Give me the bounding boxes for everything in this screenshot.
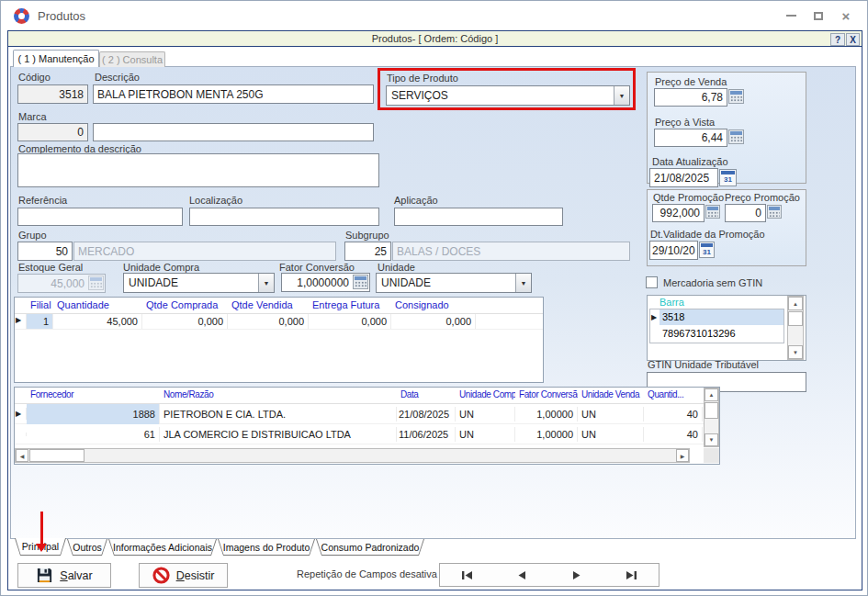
minimize-button[interactable] [780,6,802,25]
nav-next-button[interactable] [549,564,604,586]
cell-fator: 1,00000 [515,407,578,422]
table-row[interactable]: ▶ 1 45,000 0,000 0,000 0,000 0,000 [15,314,543,330]
scrollbar-thumb[interactable] [705,402,718,419]
preco-promocao-label: Preço Promoção [725,192,800,203]
cancel-icon [152,567,170,584]
column-header: Quantidade [53,298,142,313]
complemento-textarea[interactable] [17,153,379,187]
chevron-down-icon[interactable]: ▼ [258,274,274,292]
tab-manutencao[interactable]: ( 1 ) Manutenção [13,50,99,67]
window-title: Produtos [38,9,85,23]
cell-filial: 1 [27,314,53,329]
preco-venda-field[interactable] [654,88,727,107]
marca-codigo-field[interactable] [17,123,88,141]
calculator-icon[interactable] [767,205,782,219]
fornecedor-vscrollbar[interactable]: ▲ ▼ [704,388,719,447]
table-row[interactable]: ▶ 1888 PIETROBON E CIA. LTDA. 21/08/2025… [15,404,719,424]
barra-item: 7896731013296 [659,328,783,339]
form-header: Produtos- [ Ordem: Código ] [8,31,862,47]
scroll-down-button[interactable]: ▼ [705,433,718,446]
subgrupo-codigo-field[interactable] [344,242,391,261]
desistir-button[interactable]: Desistir [139,563,228,588]
cell-nome: PIETROBON E CIA. LTDA. [160,407,397,422]
calendar-icon[interactable]: 31 [719,169,737,186]
tab-outros-label: Outros [68,539,107,555]
form-title: Produtos- [ Ordem: Código ] [372,33,499,44]
nav-first-button[interactable] [440,564,495,586]
fornecedor-table-header: Fornecedor Nome/Razão Data Unidade Compr… [15,388,719,404]
tab-informacoes-adicionais[interactable]: Informações Adicionais [108,539,217,556]
annotation-red-box [378,68,636,110]
column-header: Quantid... [644,388,703,403]
localizacao-field[interactable] [189,208,379,226]
produtos-window: Produtos × Produtos- [ Ordem: Código ] ?… [0,0,868,596]
scroll-up-button[interactable]: ▲ [788,297,803,310]
scroll-up-icon: ▲ [709,392,715,398]
preco-promocao-field[interactable] [725,204,766,222]
qtde-promocao-field[interactable] [652,204,705,222]
calculator-icon[interactable] [353,275,368,289]
nav-prev-button[interactable] [495,564,550,586]
unidade-dropdown[interactable]: UNIDADE ▼ [376,273,532,293]
estoque-label: Estoque Geral [18,262,83,273]
chevron-down-icon[interactable]: ▼ [515,274,531,292]
tab-consulta[interactable]: ( 2 ) Consulta [99,51,165,67]
calculator-icon[interactable] [705,205,720,219]
grupo-codigo-field[interactable] [17,242,73,261]
scroll-right-icon: ▶ [681,453,685,459]
barra-item: 3518 [659,309,783,325]
grupo-nome-field: MERCADO [73,242,336,261]
filial-table-header: Filial Quantidade Qtde Comprada Qtde Ven… [15,298,543,314]
scroll-up-button[interactable]: ▲ [705,388,718,401]
calculator-icon[interactable] [728,89,744,104]
mercadoria-sem-gtin-checkbox[interactable] [646,276,658,288]
cell-data: 11/06/2025 [397,427,456,442]
scroll-down-icon: ▼ [793,350,798,355]
tab-consumo-padronizado[interactable]: Consumo Padronizado [316,539,424,556]
column-header: Entrega Futura [309,298,391,313]
maximize-button[interactable] [807,6,829,25]
cell-quantidade: 45,000 [53,314,142,329]
barra-scrollbar[interactable]: ▲ ▼ [787,296,804,360]
scrollbar-thumb[interactable] [29,449,85,462]
scrollbar-thumb[interactable] [788,311,803,326]
tab-imagens-produto[interactable]: Imagens do Produto [218,539,315,556]
referencia-field[interactable] [17,208,183,226]
column-header: Qtde Vendida [228,298,309,313]
column-header: Data [397,388,456,403]
table-row[interactable]: 61 JLA COMERCIO E DISTRIBUICAO LTDA 11/0… [15,424,719,444]
preco-vista-field[interactable] [654,129,727,147]
cell-unidade-compra: UN [456,427,515,442]
aplicacao-field[interactable] [394,208,563,226]
scroll-down-button[interactable]: ▼ [788,345,803,359]
barra-row[interactable]: 7896731013296 [650,325,783,341]
form-close-button[interactable]: X [846,33,860,46]
column-header: Consignado [391,298,476,313]
salvar-button[interactable]: Salvar [17,563,111,588]
tab-outros[interactable]: Outros [67,539,107,556]
barra-header: Barra [659,297,684,308]
unidade-compra-dropdown[interactable]: UNIDADE ▼ [123,273,275,293]
validade-promocao-field[interactable] [649,241,698,260]
barra-row[interactable]: ▶ 3518 [650,309,783,325]
subgrupo-nome-field: BALAS / DOCES [392,242,630,261]
localizacao-label: Localização [189,195,242,206]
calculator-icon [88,276,104,290]
scroll-right-button[interactable]: ▶ [676,449,689,462]
descricao-field[interactable] [93,84,374,104]
nav-last-button[interactable] [604,564,659,586]
help-button[interactable]: ? [830,33,845,46]
tab-consumo-label: Consumo Padronizado [317,539,423,555]
fornecedor-hscrollbar[interactable]: ◀ ▶ [15,448,690,463]
column-header: Unidade Venda [578,388,644,403]
codigo-field[interactable] [17,84,88,104]
close-button[interactable]: × [835,6,857,25]
scroll-down-icon: ▼ [709,437,715,443]
tab-informacoes-label: Informações Adicionais [109,539,216,555]
scroll-left-button[interactable]: ◀ [16,449,28,462]
aplicacao-label: Aplicação [394,195,438,206]
calculator-icon[interactable] [728,129,744,144]
data-atualizacao-field[interactable] [649,168,718,187]
calendar-icon[interactable]: 31 [699,242,715,258]
marca-nome-field[interactable] [93,123,374,141]
